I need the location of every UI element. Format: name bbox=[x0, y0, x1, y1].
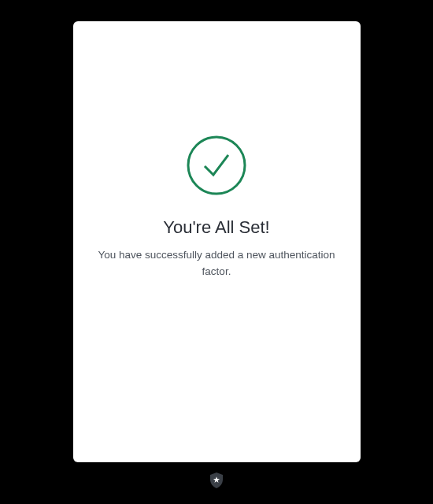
svg-point-0 bbox=[188, 137, 245, 194]
auth0-shield-icon bbox=[209, 472, 224, 488]
success-check-icon bbox=[187, 135, 246, 195]
confirmation-title: You're All Set! bbox=[163, 217, 269, 238]
confirmation-message: You have successfully added a new authen… bbox=[73, 247, 361, 280]
confirmation-card: You're All Set! You have successfully ad… bbox=[73, 21, 361, 462]
